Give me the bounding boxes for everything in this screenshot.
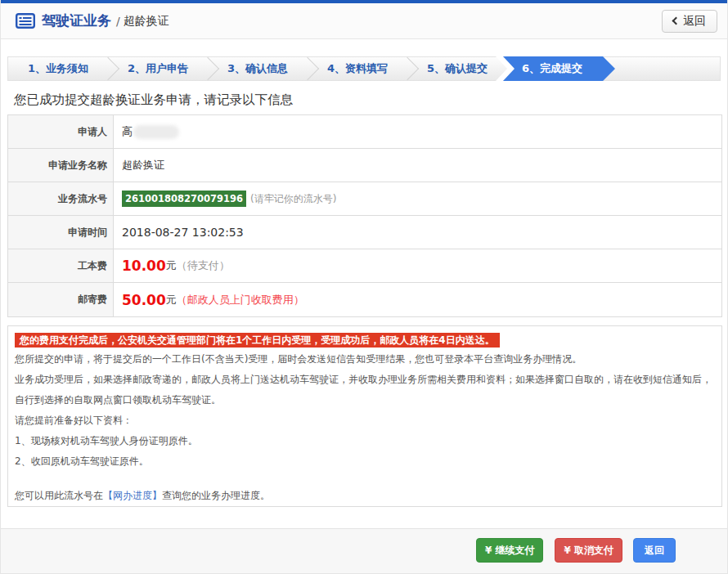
page-title: 驾驶证业务 xyxy=(42,11,111,30)
serial-note: (请牢记你的流水号) xyxy=(250,192,336,206)
continue-pay-button[interactable]: ¥ 继续支付 xyxy=(476,538,544,563)
chevron-left-icon xyxy=(672,17,681,25)
row-label: 邮寄费 xyxy=(8,283,114,316)
step-6-active: 6、完成提交 xyxy=(496,56,615,81)
row-value: 高 xyxy=(114,124,721,139)
notice-line: 业务成功受理后，如果选择邮政寄递的，邮政人员将上门送达机动车驾驶证，并收取办理业… xyxy=(15,370,715,390)
row-label: 业务流水号 xyxy=(8,182,114,215)
alert-banner: 您的费用支付完成后，公安机关交通管理部门将在1个工作日内受理，受理成功后，邮政人… xyxy=(15,333,500,348)
result-info-table: 申请人 高 申请业务名称 超龄换证 业务流水号 2610018082700791… xyxy=(7,114,722,317)
success-heading: 您已成功提交超龄换证业务申请，请记录以下信息 xyxy=(14,92,293,109)
redacted-name-blur xyxy=(133,125,179,139)
row-value: 261001808270079196(请牢记你的流水号) xyxy=(114,191,721,207)
progress-note-prefix: 您可以用此流水号在 xyxy=(15,490,103,501)
notice-paragraphs: 您所提交的申请，将于提交后的一个工作日(不含当天)受理，届时会发送短信告知受理结… xyxy=(15,349,715,472)
fee-unit: 元 xyxy=(166,293,177,307)
notice-line: 2、收回原机动车驾驶证原件。 xyxy=(15,451,715,472)
row-label: 工本费 xyxy=(8,249,114,282)
notice-line: 自行到选择的自取网点窗口领取机动车驾驶证。 xyxy=(15,390,715,410)
row-label: 申请人 xyxy=(8,115,114,148)
notice-box: 您的费用支付完成后，公安机关交通管理部门将在1个工作日内受理，受理成功后，邮政人… xyxy=(7,325,722,507)
cancel-pay-button[interactable]: ¥ 取消支付 xyxy=(555,538,622,563)
notice-line: 1、现场核对机动车驾驶人身份证明原件。 xyxy=(15,431,715,451)
table-row-serial: 业务流水号 261001808270079196(请牢记你的流水号) xyxy=(8,182,721,216)
fee-unit: 元 xyxy=(166,258,177,273)
table-row-fee-post: 邮寄费 50.00元（邮政人员上门收取费用） xyxy=(8,283,721,316)
progress-note: 您可以用此流水号在【网办进度】查询您的业务办理进度。 xyxy=(15,486,715,506)
step-3: 3、确认信息 xyxy=(208,57,308,80)
row-value: 50.00元（邮政人员上门收取费用） xyxy=(114,292,721,308)
page: 驾驶证业务 / 超龄换证 返回 1、业务须知 2、用户申告 3、确认信息 4、资… xyxy=(0,0,728,574)
progress-link[interactable]: 【网办进度】 xyxy=(103,490,162,501)
header: 驾驶证业务 / 超龄换证 返回 xyxy=(1,3,727,39)
fee-amount: 10.00 xyxy=(122,258,166,274)
back-button-bottom[interactable]: 返回 xyxy=(633,538,676,563)
license-business-icon xyxy=(16,13,35,29)
notice-line: 请您提前准备好以下资料： xyxy=(15,410,715,431)
step-progress-bar: 1、业务须知 2、用户申告 3、确认信息 4、资料填写 5、确认提交 6、完成提… xyxy=(7,56,721,81)
step-4: 4、资料填写 xyxy=(308,57,407,80)
row-label: 申请业务名称 xyxy=(8,149,114,182)
row-value: 超龄换证 xyxy=(114,158,721,173)
fee-note: （邮政人员上门收取费用） xyxy=(177,293,304,307)
table-row-business: 申请业务名称 超龄换证 xyxy=(8,149,721,182)
notice-line: 您所提交的申请，将于提交后的一个工作日(不含当天)受理，届时会发送短信告知受理结… xyxy=(15,349,715,370)
step-5: 5、确认提交 xyxy=(407,57,507,80)
fee-amount: 50.00 xyxy=(122,292,166,308)
back-button-label: 返回 xyxy=(683,14,706,29)
table-row-applicant: 申请人 高 xyxy=(8,115,721,149)
row-value: 2018-08-27 13:02:53 xyxy=(114,226,721,239)
back-button-top[interactable]: 返回 xyxy=(662,10,717,33)
row-value: 10.00元（待支付） xyxy=(114,258,721,274)
step-2: 2、用户申告 xyxy=(108,57,208,80)
progress-note-suffix: 查询您的业务办理进度。 xyxy=(162,490,270,501)
breadcrumb-current: 超龄换证 xyxy=(124,14,169,29)
step-1: 1、业务须知 xyxy=(8,57,108,80)
fee-note: （待支付） xyxy=(177,258,230,273)
table-row-time: 申请时间 2018-08-27 13:02:53 xyxy=(8,216,721,249)
breadcrumb-separator: / xyxy=(116,15,120,28)
row-label: 申请时间 xyxy=(8,216,114,249)
footer: ¥ 继续支付 ¥ 取消支付 返回 xyxy=(1,528,727,573)
table-row-fee-work: 工本费 10.00元（待支付） xyxy=(8,249,721,283)
applicant-name: 高 xyxy=(122,124,133,139)
serial-number-badge: 261001808270079196 xyxy=(122,191,246,207)
